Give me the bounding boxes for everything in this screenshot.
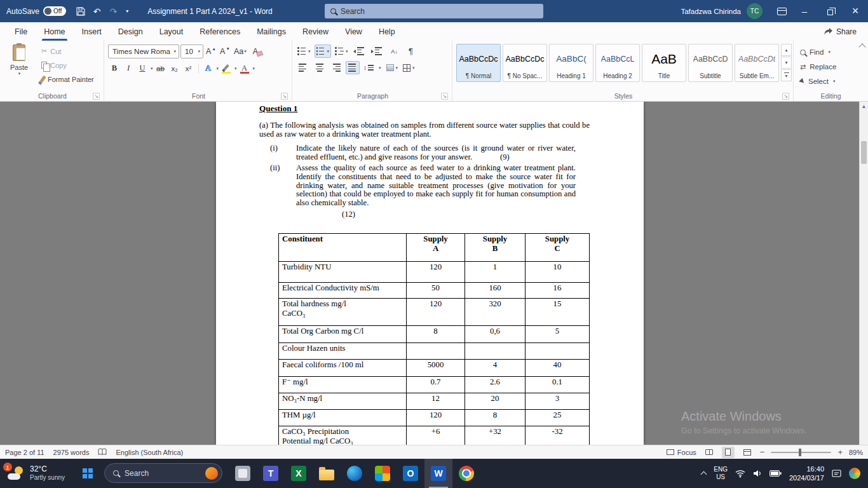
web-layout-button[interactable] bbox=[741, 447, 754, 458]
page-indicator[interactable]: Page 2 of 11 bbox=[5, 449, 44, 456]
borders-button[interactable]: ▾ bbox=[402, 61, 416, 74]
styles-scroll-down[interactable]: ▼ bbox=[781, 57, 792, 69]
sort-button[interactable]: A↓ bbox=[388, 44, 402, 58]
shading-button[interactable]: ▾ bbox=[385, 61, 400, 74]
teams-taskbar-button[interactable]: T bbox=[257, 459, 285, 488]
menu-tab-mailings[interactable]: Mailings bbox=[248, 22, 294, 41]
align-center-button[interactable] bbox=[313, 61, 327, 74]
zoom-level[interactable]: 89% bbox=[849, 449, 863, 456]
hidden-icons-button[interactable] bbox=[702, 470, 706, 477]
show-marks-button[interactable]: ¶ bbox=[404, 44, 418, 58]
find-button[interactable]: Find▾ bbox=[797, 46, 839, 58]
close-button[interactable]: × bbox=[843, 0, 868, 22]
multilevel-list-button[interactable]: ▾ bbox=[334, 44, 349, 58]
bullets-button[interactable]: ▾ bbox=[296, 44, 312, 58]
style-card--normal[interactable]: AaBbCcDc¶ Normal bbox=[456, 44, 501, 82]
minimize-button[interactable]: – bbox=[792, 0, 817, 22]
underline-button[interactable]: U bbox=[136, 62, 149, 75]
weather-widget[interactable]: 1 32°C Partly sunny bbox=[0, 459, 74, 488]
font-name-combo[interactable]: Times New Roma▾ bbox=[108, 44, 179, 58]
copy-button[interactable]: Copy bbox=[39, 59, 97, 71]
paragraph-dialog-launcher[interactable]: ↘ bbox=[441, 93, 448, 100]
grow-font-button[interactable]: A▲ bbox=[205, 45, 217, 58]
change-case-button[interactable]: Aa▾ bbox=[233, 45, 248, 58]
file-explorer-taskbar-button[interactable] bbox=[313, 459, 341, 488]
volume-button[interactable] bbox=[753, 470, 762, 477]
customize-qat-button[interactable]: ▾ bbox=[122, 3, 132, 19]
zoom-slider-thumb[interactable] bbox=[799, 449, 801, 456]
select-button[interactable]: Select▾ bbox=[797, 75, 839, 88]
print-layout-button[interactable] bbox=[722, 447, 735, 458]
titlebar-search[interactable] bbox=[325, 4, 543, 18]
battery-button[interactable] bbox=[770, 470, 782, 477]
word-count[interactable]: 2975 words bbox=[53, 449, 90, 456]
align-left-button[interactable] bbox=[296, 61, 310, 74]
word-taskbar-button[interactable]: W bbox=[424, 459, 452, 488]
clear-formatting-button[interactable]: A bbox=[249, 45, 262, 58]
cut-button[interactable]: ✂Cut bbox=[39, 45, 97, 57]
menu-tab-help[interactable]: Help bbox=[370, 22, 403, 41]
save-button[interactable] bbox=[72, 3, 88, 19]
replace-button[interactable]: ⇄Replace bbox=[797, 60, 839, 73]
screenshot-app-taskbar-button[interactable] bbox=[229, 459, 257, 488]
styles-scroll-up[interactable]: ▲ bbox=[781, 44, 792, 56]
increase-indent-button[interactable] bbox=[370, 44, 385, 58]
subscript-button[interactable]: x₂ bbox=[168, 62, 181, 75]
italic-button[interactable]: I bbox=[122, 62, 135, 75]
focus-button[interactable]: Focus bbox=[667, 449, 696, 456]
style-card-title[interactable]: AaBTitle bbox=[642, 44, 686, 82]
shrink-font-button[interactable]: A▼ bbox=[219, 45, 231, 58]
font-color-button[interactable]: A bbox=[238, 62, 251, 75]
maximize-button[interactable] bbox=[817, 0, 843, 22]
strikethrough-button[interactable]: ab bbox=[154, 62, 167, 75]
network-button[interactable] bbox=[735, 470, 745, 478]
text-effects-button[interactable]: A bbox=[202, 62, 215, 75]
browser-tray-icon[interactable] bbox=[849, 468, 860, 479]
font-dialog-launcher[interactable]: ↘ bbox=[281, 93, 288, 100]
scroll-up-arrow[interactable]: ▲ bbox=[860, 102, 868, 111]
menu-tab-file[interactable]: File bbox=[6, 22, 36, 41]
menu-tab-home[interactable]: Home bbox=[36, 22, 73, 41]
photos-taskbar-button[interactable] bbox=[369, 459, 397, 488]
action-center-button[interactable] bbox=[832, 469, 841, 478]
style-card-subtle-em-[interactable]: AaBbCcDtSubtle Em... bbox=[735, 44, 779, 82]
superscript-button[interactable]: x² bbox=[182, 62, 195, 75]
style-card--no-spac-[interactable]: AaBbCcDc¶ No Spac... bbox=[503, 44, 547, 82]
search-input[interactable] bbox=[341, 7, 519, 16]
taskbar-search[interactable]: Search bbox=[104, 463, 222, 483]
outlook-taskbar-button[interactable]: O bbox=[397, 459, 424, 488]
highlight-button[interactable] bbox=[220, 62, 233, 75]
undo-button[interactable]: ↶ bbox=[89, 3, 105, 19]
menu-tab-insert[interactable]: Insert bbox=[74, 22, 110, 41]
menu-tab-references[interactable]: References bbox=[191, 22, 248, 41]
style-card-heading-2[interactable]: AaBbCcLHeading 2 bbox=[595, 44, 640, 82]
ribbon-display-options-button[interactable] bbox=[771, 0, 792, 22]
language-indicator[interactable]: English (South Africa) bbox=[116, 449, 183, 456]
style-card-heading-1[interactable]: AaBbC(Heading 1 bbox=[549, 44, 593, 82]
proofing-button[interactable] bbox=[98, 448, 107, 457]
chrome-taskbar-button[interactable] bbox=[452, 459, 480, 488]
menu-tab-design[interactable]: Design bbox=[110, 22, 151, 41]
justify-button[interactable] bbox=[346, 61, 360, 74]
menu-tab-view[interactable]: View bbox=[337, 22, 370, 41]
scrollbar-thumb[interactable] bbox=[861, 141, 867, 164]
format-painter-button[interactable]: Format Painter bbox=[39, 73, 97, 85]
paste-button[interactable]: Paste▾ bbox=[4, 43, 34, 90]
document-page[interactable]: Question 1 (a) The following analysis wa… bbox=[216, 102, 644, 445]
zoom-slider[interactable] bbox=[771, 452, 831, 453]
zoom-out-button[interactable]: − bbox=[760, 447, 765, 457]
clipboard-dialog-launcher[interactable]: ↘ bbox=[93, 93, 100, 100]
autosave-toggle[interactable]: AutoSave Off bbox=[0, 6, 72, 16]
redo-button[interactable]: ↷ bbox=[105, 3, 121, 19]
clock[interactable]: 16:40 2024/03/17 bbox=[789, 464, 824, 483]
avatar[interactable]: TC bbox=[747, 3, 763, 19]
align-right-button[interactable] bbox=[329, 61, 343, 74]
vertical-scrollbar[interactable]: ▲ bbox=[859, 102, 868, 445]
styles-dialog-launcher[interactable]: ↘ bbox=[782, 93, 789, 100]
edge-taskbar-button[interactable] bbox=[341, 459, 369, 488]
numbering-button[interactable]: ▾ bbox=[315, 44, 332, 58]
zoom-in-button[interactable]: + bbox=[837, 447, 843, 457]
read-mode-button[interactable] bbox=[703, 447, 715, 458]
line-spacing-button[interactable]: ↕▾ bbox=[362, 61, 383, 74]
language-switcher[interactable]: ENGUS bbox=[714, 466, 728, 481]
